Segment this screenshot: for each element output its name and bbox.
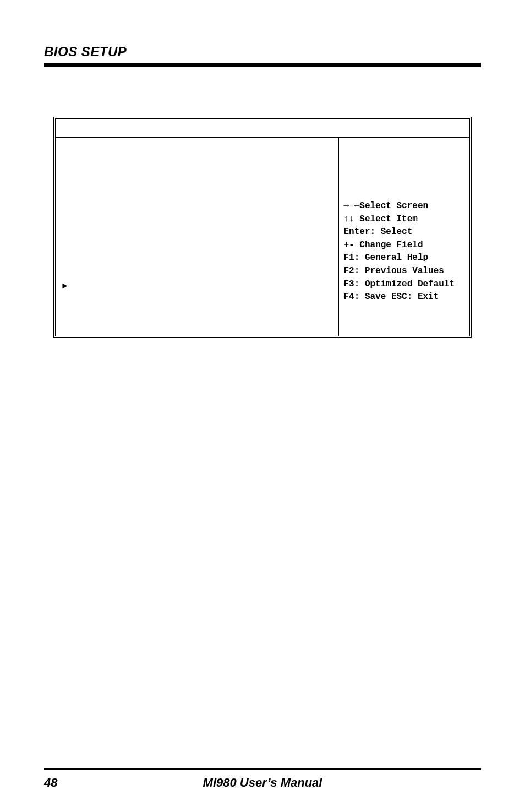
bios-submenu-pointer-icon: ► — [62, 281, 332, 328]
help-select-item: ↑↓ Select Item — [343, 214, 465, 226]
help-change-field: +- Change Field — [343, 239, 465, 252]
help-f2: F2: Previous Values — [343, 265, 465, 277]
bios-title-bar — [56, 119, 469, 138]
help-enter: Enter: Select — [343, 226, 465, 238]
manual-title: MI980 User’s Manual — [44, 776, 481, 790]
page-section-title: BIOS SETUP — [44, 44, 481, 59]
bios-setup-panel: ► → ←Select Screen ↑↓ Select Item Enter:… — [53, 117, 472, 338]
bios-left-pane: ► — [56, 138, 338, 336]
bios-body: ► → ←Select Screen ↑↓ Select Item Enter:… — [56, 138, 469, 336]
bios-help-pane: → ←Select Screen ↑↓ Select Item Enter: S… — [338, 138, 469, 336]
header-divider — [44, 63, 481, 67]
help-f3: F3: Optimized Default — [343, 279, 465, 291]
page-footer: 48 MI980 User’s Manual — [44, 768, 481, 790]
help-f1: F1: General Help — [343, 252, 465, 264]
help-select-screen: → ←Select Screen — [343, 200, 465, 212]
help-f4: F4: Save ESC: Exit — [343, 291, 465, 303]
footer-divider — [44, 768, 481, 770]
